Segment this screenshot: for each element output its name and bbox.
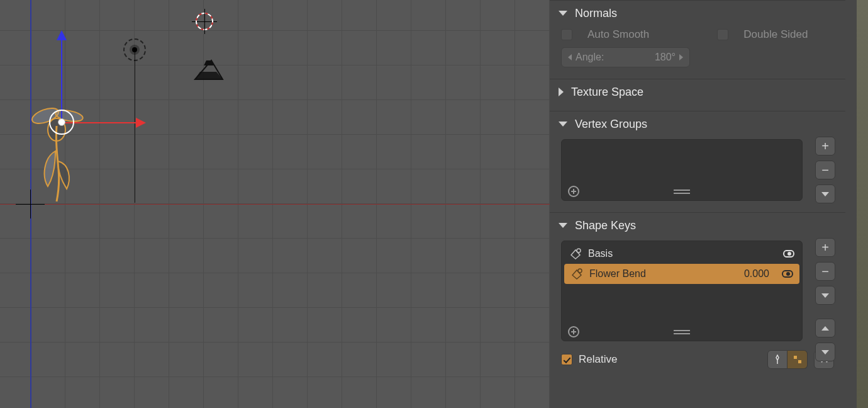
section-title: Shape Keys bbox=[575, 219, 636, 232]
section-shape-keys: Shape Keys Basis bbox=[550, 212, 845, 375]
svg-point-7 bbox=[577, 249, 581, 252]
svg-rect-10 bbox=[794, 356, 797, 359]
disclosure-right-icon bbox=[559, 88, 564, 96]
vertex-group-menu-button[interactable] bbox=[815, 184, 835, 203]
disclosure-down-icon bbox=[559, 122, 567, 127]
manipulator-z-tip-icon[interactable] bbox=[57, 30, 67, 40]
section-title: Normals bbox=[575, 7, 617, 20]
viewport-3d[interactable] bbox=[0, 0, 550, 408]
shape-key-name: Flower Bend bbox=[589, 268, 738, 280]
shape-key-remove-button[interactable]: − bbox=[815, 262, 835, 281]
manipulator-x-tip-icon[interactable] bbox=[136, 118, 146, 128]
section-vertex-groups: Vertex Groups + − bbox=[550, 111, 845, 212]
triangle-up-icon bbox=[821, 326, 829, 331]
svg-point-9 bbox=[578, 269, 582, 273]
section-header-vertex-groups[interactable]: Vertex Groups bbox=[550, 111, 845, 137]
auto-smooth-label: Auto Smooth bbox=[587, 28, 649, 41]
section-header-texture-space[interactable]: Texture Space bbox=[550, 79, 845, 105]
chevron-down-icon bbox=[821, 293, 829, 298]
shape-key-name: Basis bbox=[588, 248, 777, 259]
vertex-group-remove-button[interactable]: − bbox=[815, 161, 835, 179]
properties-panel: Normals Auto Smooth Double Sided Angle: … bbox=[550, 0, 868, 408]
chevron-down-icon bbox=[821, 192, 829, 196]
list-add-filter-icon[interactable] bbox=[568, 326, 579, 337]
vertex-group-add-button[interactable]: + bbox=[815, 137, 835, 156]
list-resize-handle-icon[interactable] bbox=[674, 330, 690, 334]
shape-key-add-button[interactable]: + bbox=[815, 238, 835, 257]
shape-key-item[interactable]: Basis bbox=[563, 244, 801, 264]
list-add-filter-icon[interactable] bbox=[568, 186, 579, 197]
shape-key-value[interactable]: 0.000 bbox=[744, 268, 769, 280]
section-title: Texture Space bbox=[571, 86, 643, 99]
list-resize-handle-icon[interactable] bbox=[674, 190, 690, 194]
section-header-shape-keys[interactable]: Shape Keys bbox=[550, 213, 845, 238]
svg-marker-6 bbox=[571, 250, 580, 259]
angle-value: 180° bbox=[655, 52, 676, 63]
auto-smooth-checkbox[interactable] bbox=[561, 29, 572, 40]
visibility-toggle-icon[interactable] bbox=[783, 250, 794, 258]
double-sided-label: Double Sided bbox=[743, 28, 808, 41]
vertex-groups-list[interactable] bbox=[561, 139, 803, 201]
shape-keys-list[interactable]: Basis Flower Bend 0.000 bbox=[561, 241, 803, 341]
section-texture-space: Texture Space bbox=[550, 79, 845, 111]
shape-key-menu-button[interactable] bbox=[815, 286, 835, 305]
triangle-down-icon bbox=[821, 350, 829, 354]
angle-field[interactable]: Angle: 180° bbox=[561, 47, 690, 67]
drag-grip-icon[interactable] bbox=[828, 91, 837, 93]
shape-key-move-down-button[interactable] bbox=[815, 343, 835, 361]
visibility-toggle-icon[interactable] bbox=[782, 270, 793, 278]
double-sided-checkbox[interactable] bbox=[717, 29, 728, 40]
svg-marker-8 bbox=[572, 270, 581, 279]
shape-key-item-active[interactable]: Flower Bend 0.000 bbox=[564, 264, 799, 284]
drag-grip-icon[interactable] bbox=[828, 224, 837, 227]
shape-key-pin-button[interactable] bbox=[767, 350, 787, 369]
shape-key-icon bbox=[570, 268, 583, 280]
angle-increment-icon[interactable] bbox=[679, 54, 683, 60]
drag-grip-icon[interactable] bbox=[828, 12, 837, 14]
manipulator-center[interactable] bbox=[58, 118, 65, 126]
camera-icon[interactable] bbox=[192, 57, 225, 82]
disclosure-down-icon bbox=[559, 11, 567, 16]
shape-key-icon bbox=[569, 247, 582, 260]
section-title: Vertex Groups bbox=[575, 118, 647, 131]
relative-checkbox[interactable] bbox=[561, 354, 572, 365]
window-edge-strip bbox=[857, 0, 868, 408]
disclosure-down-icon bbox=[559, 223, 567, 228]
shape-key-move-up-button[interactable] bbox=[815, 319, 835, 337]
section-header-normals[interactable]: Normals bbox=[550, 1, 845, 26]
angle-label: Angle: bbox=[576, 52, 604, 63]
section-normals: Normals Auto Smooth Double Sided Angle: … bbox=[550, 0, 845, 79]
drag-grip-icon[interactable] bbox=[828, 123, 837, 125]
relative-label: Relative bbox=[579, 353, 617, 366]
angle-decrement-icon[interactable] bbox=[568, 54, 572, 60]
shape-key-edit-mode-button[interactable] bbox=[787, 350, 808, 369]
svg-rect-11 bbox=[798, 360, 801, 363]
transform-manipulator[interactable] bbox=[49, 110, 150, 210]
3d-cursor-icon[interactable] bbox=[192, 9, 217, 34]
